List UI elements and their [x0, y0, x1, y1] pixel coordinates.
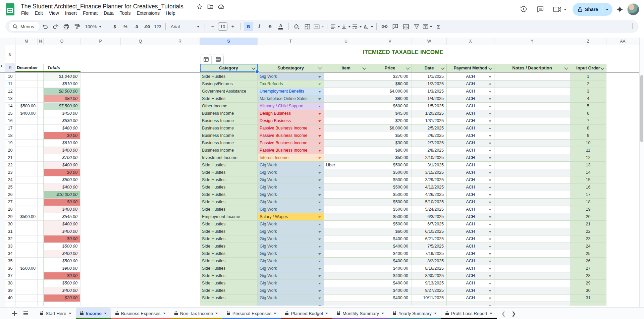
grid-cell[interactable] — [200, 302, 258, 306]
grid-cell[interactable] — [121, 235, 160, 243]
dropdown-icon[interactable] — [318, 106, 321, 107]
grid-cell[interactable] — [15, 250, 38, 258]
grid-cell[interactable]: $400.00 — [368, 272, 412, 280]
meet-video-icon[interactable] — [550, 3, 569, 16]
grid-cell[interactable]: 15 — [570, 176, 606, 184]
grid-cell[interactable] — [15, 228, 38, 235]
dropdown-icon[interactable] — [489, 135, 491, 137]
row-header[interactable]: 29 — [5, 213, 15, 221]
grid-cell[interactable]: $400.00 — [44, 162, 80, 169]
grid-cell[interactable] — [38, 250, 44, 258]
grid-cell[interactable]: 2 — [570, 81, 606, 88]
tab-menu-icon[interactable] — [104, 313, 107, 314]
grid-cell[interactable]: ACH — [447, 169, 494, 176]
grid-cell[interactable]: ACH — [447, 125, 494, 132]
grid-cell[interactable] — [324, 103, 368, 110]
grid-cell[interactable] — [494, 73, 570, 81]
grid-cell[interactable] — [606, 221, 639, 228]
column-header-V[interactable]: V — [368, 38, 412, 45]
grid-cell[interactable] — [80, 287, 121, 295]
grid-cell[interactable]: $0.00 — [44, 132, 80, 140]
cloud-saved-icon[interactable] — [218, 4, 225, 9]
grid-cell[interactable]: $500.00 — [368, 162, 412, 169]
grid-cell[interactable]: $60.00 — [368, 228, 412, 235]
grid-cell[interactable]: $45.00 — [368, 110, 412, 117]
gemini-icon[interactable] — [616, 5, 624, 13]
grid-cell[interactable]: 25 — [570, 250, 606, 258]
grid-cell[interactable] — [324, 280, 368, 287]
dropdown-icon[interactable] — [318, 179, 321, 181]
grid-cell[interactable] — [368, 302, 412, 306]
grid-cell[interactable]: 9 — [570, 132, 606, 140]
row-header[interactable]: 14 — [5, 103, 15, 110]
grid-cell[interactable]: Business Income — [200, 140, 258, 147]
grid-cell[interactable]: Side Hustles — [200, 191, 258, 199]
grid-cell[interactable]: 1/3/2025 — [412, 88, 447, 95]
tabs-scroll-left-icon[interactable]: ❮ — [501, 311, 506, 316]
grid-cell[interactable]: Tax Refunds — [258, 81, 324, 88]
grid-cell[interactable] — [324, 73, 368, 81]
row-header[interactable]: 22 — [5, 162, 15, 169]
grid-cell[interactable]: $600.00 — [368, 103, 412, 110]
grid-cell[interactable] — [606, 272, 639, 280]
row-header[interactable]: 26 — [5, 191, 15, 199]
grid-cell[interactable] — [121, 73, 160, 81]
row-header[interactable]: 15 — [5, 110, 15, 117]
grid-cell[interactable] — [606, 81, 639, 88]
hide-menus-icon[interactable] — [633, 23, 633, 30]
grid-cell[interactable] — [606, 147, 639, 154]
grid-cell[interactable]: $400.00 — [368, 250, 412, 258]
grid-cell[interactable] — [15, 140, 38, 147]
grid-cell[interactable]: $20.00 — [368, 117, 412, 125]
fill-handle[interactable] — [255, 70, 259, 73]
grid-cell[interactable]: $500.00 — [15, 103, 38, 110]
dropdown-icon[interactable] — [318, 120, 321, 122]
column-header-N[interactable]: N — [38, 38, 44, 45]
grid-cell[interactable]: Marketplace Online Sales — [258, 95, 324, 103]
grid-cell[interactable] — [80, 243, 121, 250]
grid-cell[interactable]: 7/19/2025 — [412, 250, 447, 258]
grid-cell[interactable] — [324, 110, 368, 117]
grid-cell[interactable]: $500.00 — [368, 206, 412, 213]
grid-cell[interactable] — [160, 250, 200, 258]
grid-cell[interactable]: $500.00 — [44, 176, 80, 184]
grid-cell[interactable]: Side Hustles — [200, 206, 258, 213]
grid-cell[interactable] — [15, 302, 38, 306]
grid-cell[interactable]: 1/31/2025 — [412, 117, 447, 125]
text-rotation-icon[interactable]: A — [363, 22, 373, 31]
sheet-tab-non-tax-income[interactable]: Non-Tax Income — [170, 308, 222, 319]
grid-cell[interactable] — [324, 221, 368, 228]
sheet-tab-yearly-summary[interactable]: Yearly Summary — [388, 308, 441, 319]
grid-cell[interactable] — [160, 228, 200, 235]
grid-cell[interactable] — [15, 295, 38, 302]
row-header[interactable]: 30 — [5, 221, 15, 228]
grid-cell[interactable]: ACH — [447, 295, 494, 302]
grid-cell[interactable] — [324, 81, 368, 88]
grid-cell[interactable] — [121, 272, 160, 280]
avatar[interactable] — [627, 3, 639, 15]
grid-cell[interactable] — [15, 243, 38, 250]
grid-cell[interactable]: 27 — [570, 265, 606, 272]
header-payment-method[interactable]: Payment Method — [447, 64, 494, 72]
dropdown-icon[interactable] — [318, 268, 321, 270]
version-history-icon[interactable] — [517, 3, 530, 16]
grid-cell[interactable]: $500.00 — [44, 280, 80, 287]
grid-cell[interactable]: 13 — [570, 162, 606, 169]
cell-empty[interactable] — [606, 64, 639, 72]
grid-cell[interactable] — [160, 154, 200, 162]
grid-cell[interactable] — [15, 125, 38, 132]
grid-cell[interactable] — [160, 117, 200, 125]
column-header-Z[interactable]: Z — [570, 38, 606, 45]
filter-views-icon[interactable] — [423, 22, 432, 31]
grid-cell[interactable] — [606, 258, 639, 265]
grid-cell[interactable]: 1 — [570, 73, 606, 81]
grid-cell[interactable]: ACH — [447, 95, 494, 103]
dropdown-icon[interactable] — [318, 76, 321, 78]
grid-cell[interactable]: Side Hustles — [200, 258, 258, 265]
grid-cell[interactable] — [606, 191, 639, 199]
tab-menu-icon[interactable] — [69, 313, 71, 314]
row-header[interactable]: 33 — [5, 243, 15, 250]
insert-link-icon[interactable] — [380, 22, 389, 31]
grid-cell[interactable] — [494, 280, 570, 287]
menu-data[interactable]: Data — [101, 10, 117, 16]
